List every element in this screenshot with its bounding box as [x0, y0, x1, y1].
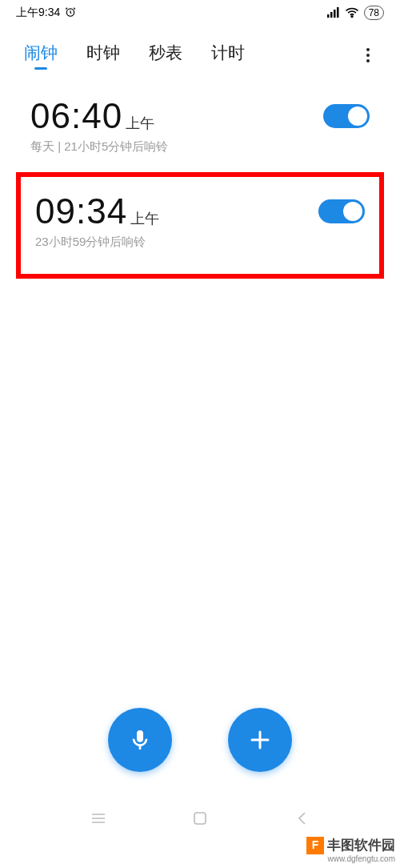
microphone-icon [127, 727, 153, 753]
svg-rect-3 [334, 10, 336, 18]
alarm-item[interactable]: 09:34 上午 23小时59分钟后响铃 [21, 177, 379, 274]
alarm-subtitle: 23小时59分钟后响铃 [35, 235, 365, 250]
svg-rect-4 [337, 7, 339, 18]
tab-bar: 闹钟 时钟 秒表 计时 [0, 26, 400, 77]
signal-icon [327, 6, 340, 20]
watermark-logo-icon: F [306, 837, 324, 854]
more-menu-button[interactable] [360, 46, 376, 65]
watermark: F 丰图软件园 www.dgfengtu.com [306, 837, 395, 863]
system-nav-bar [0, 801, 400, 836]
nav-recents-button[interactable] [89, 809, 108, 828]
alarm-ampm: 上午 [130, 209, 159, 228]
add-alarm-fab-button[interactable] [228, 708, 292, 772]
status-time: 上午9:34 [16, 6, 60, 20]
nav-back-button[interactable] [292, 809, 311, 828]
alarm-toggle[interactable] [323, 104, 370, 128]
alarm-time: 09:34 [35, 191, 127, 231]
voice-fab-button[interactable] [108, 708, 172, 772]
watermark-text: 丰图软件园 [327, 838, 395, 854]
tab-stopwatch[interactable]: 秒表 [149, 42, 182, 69]
svg-rect-6 [194, 813, 206, 824]
alarm-subtitle: 每天 | 21小时5分钟后响铃 [30, 139, 370, 155]
alarm-item[interactable]: 06:40 上午 每天 | 21小时5分钟后响铃 [0, 77, 400, 172]
alarm-time: 06:40 [30, 96, 122, 136]
tab-timer[interactable]: 计时 [211, 42, 245, 69]
wifi-icon [345, 6, 359, 20]
fab-row [0, 708, 400, 772]
plus-icon [248, 728, 272, 752]
watermark-url: www.dgfengtu.com [306, 854, 395, 863]
alarm-ampm: 上午 [126, 114, 154, 133]
svg-rect-1 [327, 14, 330, 18]
alarm-toggle[interactable] [318, 199, 365, 223]
battery-indicator: 78 [364, 6, 384, 20]
nav-home-button[interactable] [190, 809, 210, 828]
svg-rect-2 [330, 12, 333, 18]
tab-alarm[interactable]: 闹钟 [24, 42, 58, 69]
alarm-status-icon [65, 6, 76, 20]
highlight-annotation: 09:34 上午 23小时59分钟后响铃 [16, 172, 384, 279]
svg-point-5 [351, 15, 353, 17]
tab-clock[interactable]: 时钟 [86, 42, 120, 69]
status-bar: 上午9:34 78 [0, 0, 400, 26]
